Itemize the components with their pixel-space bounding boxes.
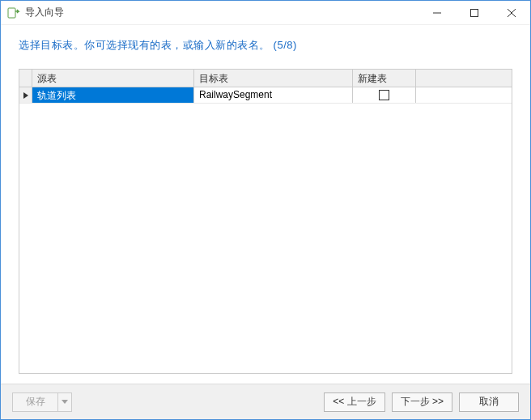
grid-header-row: 源表 目标表 新建表: [19, 70, 512, 87]
source-table-cell[interactable]: 轨道列表: [32, 87, 194, 103]
svg-rect-2: [471, 9, 478, 16]
next-button[interactable]: 下一步 >>: [392, 392, 452, 412]
row-indicator-icon: [19, 87, 32, 103]
maximize-button[interactable]: [456, 1, 493, 25]
window-controls: [418, 1, 530, 25]
titlebar: 导入向导: [1, 1, 530, 25]
minimize-button[interactable]: [418, 1, 456, 25]
column-header-target[interactable]: 目标表: [194, 70, 353, 87]
table-mapping-grid: 源表 目标表 新建表 轨道列表 RailwaySegment: [19, 69, 512, 374]
target-table-cell[interactable]: RailwaySegment: [194, 87, 353, 103]
window-title: 导入向导: [25, 6, 418, 19]
close-button[interactable]: [493, 1, 530, 25]
save-split-button: 保存: [12, 392, 72, 412]
grid-body: 轨道列表 RailwaySegment: [19, 87, 512, 373]
wizard-footer: 保存 << 上一步 下一步 >> 取消: [1, 384, 530, 419]
column-header-tail: [416, 70, 512, 87]
cancel-button[interactable]: 取消: [459, 392, 519, 412]
new-table-checkbox[interactable]: [379, 90, 389, 100]
svg-rect-0: [8, 8, 15, 18]
app-icon: [7, 6, 20, 19]
save-dropdown-button[interactable]: [57, 392, 72, 412]
row-tail: [416, 87, 512, 103]
column-header-source[interactable]: 源表: [32, 70, 194, 87]
new-table-cell[interactable]: [353, 87, 416, 103]
import-wizard-window: 导入向导 选择目标表。你可选择现有的表，或输入新的表名。 (5/8) 源表 目标…: [0, 0, 531, 420]
grid-gutter-header: [19, 70, 32, 87]
instruction-text: 选择目标表。你可选择现有的表，或输入新的表名。 (5/8): [1, 25, 530, 59]
chevron-down-icon: [62, 400, 68, 405]
save-button[interactable]: 保存: [12, 392, 57, 412]
table-row[interactable]: 轨道列表 RailwaySegment: [19, 87, 512, 104]
prev-button[interactable]: << 上一步: [324, 392, 384, 412]
column-header-new[interactable]: 新建表: [353, 70, 416, 87]
